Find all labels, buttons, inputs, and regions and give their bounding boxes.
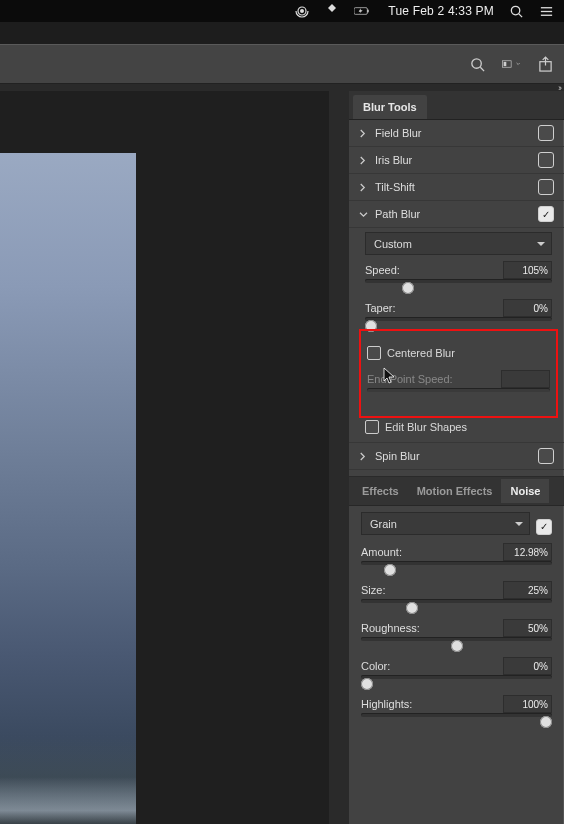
highlighted-region: Centered Blur End Point Speed: xyxy=(365,335,552,414)
noise-enable-checkbox[interactable] xyxy=(536,519,552,535)
enable-checkbox[interactable] xyxy=(538,152,554,168)
color-label: Color: xyxy=(361,660,390,672)
enable-checkbox[interactable] xyxy=(538,125,554,141)
section-iris-blur[interactable]: Iris Blur xyxy=(349,147,564,174)
app-title-strip xyxy=(0,22,564,44)
speed-slider[interactable] xyxy=(365,277,552,297)
tab-motion-effects[interactable]: Motion Effects xyxy=(408,479,502,503)
enable-checkbox[interactable] xyxy=(538,448,554,464)
dropdown-value: Grain xyxy=(370,518,397,530)
svg-point-0 xyxy=(300,9,304,13)
svg-rect-11 xyxy=(504,62,507,66)
svg-point-8 xyxy=(471,58,480,67)
chevron-down-icon xyxy=(359,211,369,218)
svg-rect-2 xyxy=(368,10,369,13)
size-label: Size: xyxy=(361,584,385,596)
section-label: Field Blur xyxy=(375,127,538,139)
effects-tabbar: Effects Motion Effects Noise xyxy=(349,476,564,506)
chevron-right-icon xyxy=(359,452,369,461)
end-point-speed-slider xyxy=(367,386,550,406)
roughness-label: Roughness: xyxy=(361,622,420,634)
enable-checkbox[interactable] xyxy=(538,206,554,222)
size-slider[interactable] xyxy=(361,597,552,617)
section-tilt-shift[interactable]: Tilt-Shift xyxy=(349,174,564,201)
panel-tabbar: Blur Tools xyxy=(349,91,564,120)
section-path-blur[interactable]: Path Blur xyxy=(349,201,564,228)
highlights-label: Highlights: xyxy=(361,698,412,710)
document-canvas[interactable] xyxy=(0,91,329,824)
blur-panel: Blur Tools Field Blur Iris Blur Tilt-Shi… xyxy=(348,91,564,824)
tab-blur-tools[interactable]: Blur Tools xyxy=(353,95,427,119)
centered-blur-checkbox[interactable] xyxy=(367,346,381,360)
control-center-icon[interactable] xyxy=(538,3,554,19)
chevron-right-icon xyxy=(359,183,369,192)
amount-slider[interactable] xyxy=(361,559,552,579)
end-point-speed-label: End Point Speed: xyxy=(367,373,453,385)
status-icon-2 xyxy=(324,3,340,19)
view-search-icon[interactable] xyxy=(468,55,486,73)
centered-blur-label: Centered Blur xyxy=(387,347,455,359)
svg-line-4 xyxy=(518,13,521,16)
document-arrange-icon[interactable] xyxy=(502,55,520,73)
taper-label: Taper: xyxy=(365,302,396,314)
section-label: Spin Blur xyxy=(375,450,538,462)
taper-slider[interactable] xyxy=(365,315,552,335)
edit-blur-shapes-checkbox[interactable] xyxy=(365,420,379,434)
highlights-slider[interactable] xyxy=(361,711,552,731)
amount-label: Amount: xyxy=(361,546,402,558)
section-label: Iris Blur xyxy=(375,154,538,166)
speed-label: Speed: xyxy=(365,264,400,276)
macos-menubar: Tue Feb 2 4:33 PM xyxy=(0,0,564,22)
enable-checkbox[interactable] xyxy=(538,179,554,195)
blur-preset-dropdown[interactable]: Custom xyxy=(365,232,552,255)
tab-effects[interactable]: Effects xyxy=(353,479,408,503)
options-bar xyxy=(0,44,564,84)
centered-blur-row[interactable]: Centered Blur xyxy=(367,346,550,360)
section-spin-blur[interactable]: Spin Blur xyxy=(349,442,564,470)
svg-line-9 xyxy=(480,67,484,71)
noise-type-dropdown[interactable]: Grain xyxy=(361,512,530,535)
dropdown-value: Custom xyxy=(374,238,412,250)
chevron-right-icon xyxy=(359,156,369,165)
battery-icon xyxy=(354,3,370,19)
chevron-right-icon xyxy=(359,129,369,138)
edit-blur-shapes-label: Edit Blur Shapes xyxy=(385,421,467,433)
mouse-cursor xyxy=(383,367,397,385)
tab-noise[interactable]: Noise xyxy=(501,479,549,503)
menubar-clock: Tue Feb 2 4:33 PM xyxy=(388,4,494,18)
share-icon[interactable] xyxy=(536,55,554,73)
edit-blur-shapes-row[interactable]: Edit Blur Shapes xyxy=(365,420,552,434)
roughness-slider[interactable] xyxy=(361,635,552,655)
noise-content: Grain Amount: 12.98% Size: 25% Roughness… xyxy=(349,506,564,741)
section-label: Tilt-Shift xyxy=(375,181,538,193)
path-blur-content: Custom Speed: 105% Taper: 0% Centered Bl… xyxy=(349,228,564,442)
section-label: Path Blur xyxy=(375,208,538,220)
section-field-blur[interactable]: Field Blur xyxy=(349,120,564,147)
image-preview xyxy=(0,153,136,824)
spotlight-icon[interactable] xyxy=(508,3,524,19)
color-slider[interactable] xyxy=(361,673,552,693)
svg-point-3 xyxy=(511,6,519,14)
status-icon-1 xyxy=(294,3,310,19)
